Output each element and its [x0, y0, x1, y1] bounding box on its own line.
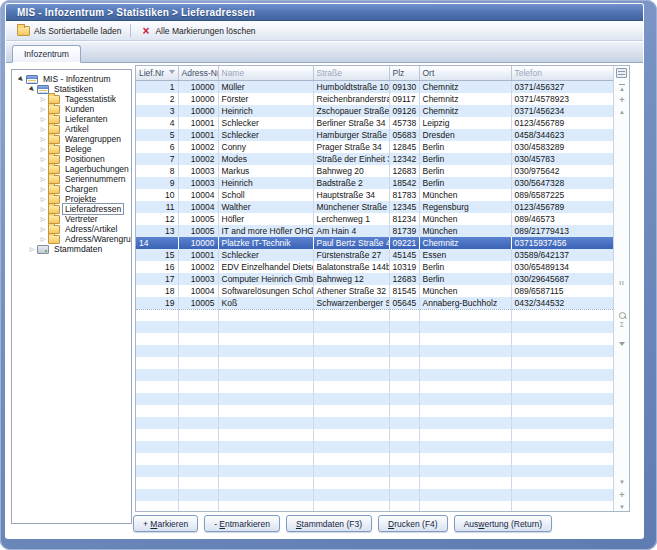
cell-adressnr: 10003: [178, 273, 218, 285]
Computer Heinrich GmbH[interactable]: 17 10003 Computer Heinrich GmbH Bahnweg …: [136, 273, 613, 285]
Modes[interactable]: 7 10002 Modes Straße der Einheit 34 1234…: [136, 153, 613, 165]
cell-adressnr: 10005: [178, 225, 218, 237]
cell-telefon: 030/5647328: [511, 177, 613, 189]
tree-expander-icon[interactable]: [38, 154, 48, 164]
tree-item-warengruppen[interactable]: Warengruppen: [12, 134, 131, 144]
tree-expander-icon[interactable]: [38, 124, 48, 134]
column-ort[interactable]: Ort: [419, 66, 511, 80]
Markus[interactable]: 8 10003 Markus Bahnweg 20 12683 Berlin 0…: [136, 165, 613, 177]
page-down-icon[interactable]: [617, 490, 627, 500]
cell-strasse: Bahnweg 20: [313, 165, 389, 177]
cell-adressnr: 10005: [178, 213, 218, 225]
tree-expander-icon[interactable]: [16, 74, 26, 84]
tree-expander-icon[interactable]: [38, 104, 48, 114]
Heinrich[interactable]: 9 10003 Heinrich Badstraße 2 18542 Berli…: [136, 177, 613, 189]
tree-item-lieferanten[interactable]: Lieferanten: [12, 114, 131, 124]
tree-expander-icon[interactable]: [27, 244, 37, 254]
cell-strasse: Bahnweg 12: [313, 273, 389, 285]
tree-item-chargen[interactable]: Chargen: [12, 184, 131, 194]
Heinrich[interactable]: 3 10000 Heinrich Zschopauer Straße 280 0…: [136, 105, 613, 117]
tree-expander-icon[interactable]: [38, 204, 48, 214]
EDV Einzelhandel Dietsch Gmb[interactable]: 16 10002 EDV Einzelhandel Dietsch Gmb Ba…: [136, 261, 613, 273]
Müller[interactable]: 1 10000 Müller Humboldtstraße 10 09130 C…: [136, 80, 613, 93]
summary-icon[interactable]: [617, 319, 627, 329]
tree-item-statistiken[interactable]: Statistiken: [12, 84, 131, 94]
tree-expander-icon[interactable]: [38, 134, 48, 144]
tree-item-label: Seriennummern: [63, 174, 127, 184]
scroll-to-top-icon[interactable]: [617, 83, 627, 93]
tab-infozentrum[interactable]: Infozentrum: [12, 45, 81, 63]
tree-expander-icon[interactable]: [38, 174, 48, 184]
Koß[interactable]: 19 10005 Koß Schwarzenberger Straße 0564…: [136, 297, 613, 310]
auswertung-button[interactable]: Auswertung (Return): [454, 515, 552, 532]
tree-item-artikel[interactable]: Artikel: [12, 124, 131, 134]
Scholl[interactable]: 10 10004 Scholl Hauptstraße 34 81783 Mün…: [136, 189, 613, 201]
Förster[interactable]: 2 10000 Förster Reichenbranderstraße 3 0…: [136, 93, 613, 105]
tree-expander-icon[interactable]: [38, 184, 48, 194]
filter-icon[interactable]: [617, 339, 627, 349]
scroll-down-icon[interactable]: [617, 477, 627, 487]
scroll-to-bottom-icon[interactable]: [617, 503, 627, 512]
Schlecker[interactable]: 4 10001 Schlecker Berliner Straße 34 457…: [136, 117, 613, 129]
load-sort-table-button[interactable]: Als Sortiertabelle laden: [12, 25, 126, 37]
tree-item-lieferadressen[interactable]: Lieferadressen: [12, 204, 131, 214]
column-liefnr[interactable]: Lief.Nr: [136, 66, 178, 80]
cell-name: Scholl: [218, 189, 313, 201]
tree-item-belege[interactable]: Belege: [12, 144, 131, 154]
button-label-post: ertung (Return): [484, 519, 542, 529]
tree-expander-icon[interactable]: [38, 224, 48, 234]
cell-ort: Chemnitz: [419, 237, 511, 249]
Schlecker[interactable]: 5 10001 Schlecker Hamburger Straße 05683…: [136, 129, 613, 141]
empty-row: [136, 465, 613, 477]
IT and more Höfler OHG[interactable]: 13 10005 IT and more Höfler OHG Am Hain …: [136, 225, 613, 237]
empty-row: [136, 417, 613, 429]
tree-expander-icon[interactable]: [38, 144, 48, 154]
column-plz[interactable]: Plz: [389, 66, 419, 80]
cell-adressnr: 10004: [178, 201, 218, 213]
tree-item-vertreter[interactable]: Vertreter: [12, 214, 131, 224]
cell-ort: Dresden: [419, 129, 511, 141]
stammdaten-button[interactable]: Stammdaten (F3): [286, 515, 372, 532]
column-telefon[interactable]: Telefon: [511, 66, 613, 80]
tree-expander-icon[interactable]: [38, 234, 48, 244]
tree-expander-icon[interactable]: [38, 164, 48, 174]
button-label-pre: Aus: [464, 519, 479, 529]
column-adressnr[interactable]: Adress-Nr.: [178, 66, 218, 80]
entmarkieren-button[interactable]: - Entmarkieren: [204, 515, 280, 532]
column-name[interactable]: Name: [218, 66, 313, 80]
cell-telefon: 030/45783: [511, 153, 613, 165]
tree-item-seriennummern[interactable]: Seriennummern: [12, 174, 131, 184]
column-chooser-icon[interactable]: [616, 68, 627, 78]
tree-item-adress-warengruppen[interactable]: Adress/Warengruppen: [12, 234, 131, 244]
Softwarelösungen Scholl Gmb[interactable]: 18 10004 Softwarelösungen Scholl Gmb Ath…: [136, 285, 613, 297]
tree-expander-icon[interactable]: [38, 114, 48, 124]
tree-expander-icon[interactable]: [38, 214, 48, 224]
tree-item-lagerbuchungen[interactable]: Lagerbuchungen: [12, 164, 131, 174]
column-strasse[interactable]: Straße: [313, 66, 389, 80]
drucken-button[interactable]: Drucken (F4): [378, 515, 448, 532]
tree-item-adress-artikel[interactable]: Adress/Artikel: [12, 224, 131, 234]
tree-item-mis-infozentrum[interactable]: MIS - Infozentrum: [12, 74, 131, 84]
tree-expander-icon[interactable]: [27, 84, 37, 94]
markieren-button[interactable]: + Markieren: [133, 515, 198, 532]
tree-item-positionen[interactable]: Positionen: [12, 154, 131, 164]
tree-item-tagesstatistik[interactable]: Tagesstatistik: [12, 94, 131, 104]
scroll-up-icon[interactable]: [617, 107, 627, 117]
column-header-label: Telefon: [515, 68, 542, 78]
tree-item-projekte[interactable]: Projekte: [12, 194, 131, 204]
tree-item-kunden[interactable]: Kunden: [12, 104, 131, 114]
tree-item-stammdaten[interactable]: Stammdaten: [12, 244, 131, 254]
cell-name: Höfler: [218, 213, 313, 225]
page-up-icon[interactable]: [617, 95, 627, 105]
Höfler[interactable]: 12 10005 Höfler Lerchenweg 1 81234 Münch…: [136, 213, 613, 225]
clear-all-marks-button[interactable]: × Alle Markierungen löschen: [135, 25, 260, 37]
toolbar-item-label: Als Sortiertabelle laden: [34, 26, 121, 36]
Walther[interactable]: 11 10004 Walther Münchener Straße 23 123…: [136, 201, 613, 213]
Conny[interactable]: 6 10002 Conny Prager Straße 34 12845 Ber…: [136, 141, 613, 153]
Schlecker[interactable]: 15 10001 Schlecker Fürstenstraße 27 4514…: [136, 249, 613, 261]
tree-expander-icon[interactable]: [38, 194, 48, 204]
Platzke IT-Technik[interactable]: 14 10000 Platzke IT-Technik Paul Bertz S…: [136, 237, 613, 249]
cell-telefon: 030/65489134: [511, 261, 613, 273]
pin-columns-icon[interactable]: [617, 278, 627, 288]
tree-expander-icon[interactable]: [38, 94, 48, 104]
